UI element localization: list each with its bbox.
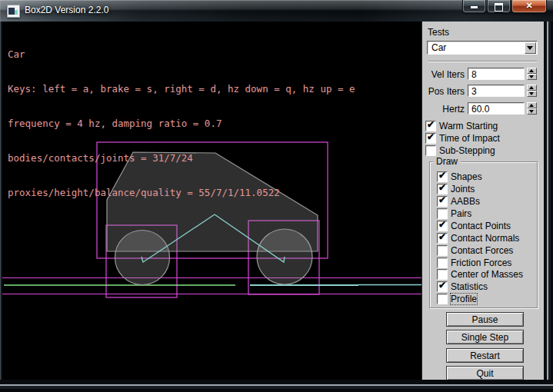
app-window: Box2D Version 2.2.0 ✕ [0,0,553,392]
maximize-button[interactable] [487,0,511,13]
single-step-button[interactable]: Single Step [446,330,524,344]
tests-label: Tests [428,27,449,38]
chevron-down-icon [527,46,533,50]
window-title: Box2D Version 2.2.0 [25,5,108,15]
app-icon-detail2 [15,10,18,15]
checkbox-icon: ✔ [437,221,448,231]
checkbox-label: Joints [451,184,475,194]
check-mark: ✔ [427,131,435,142]
spinner-up-button[interactable] [527,102,537,108]
draw-groupbox: Draw ✔ Shapes ✔ Joints ✔ AABBs Pairs ✔ C… [429,161,538,308]
check-mark: ✔ [438,170,446,181]
hertz-input[interactable] [468,102,525,115]
checkbox-icon: ✔ [425,133,436,144]
checkbox-label: Friction Forces [451,257,511,268]
close-button[interactable]: ✕ [511,0,547,13]
arrow-down-icon [529,92,534,95]
stats-line-title: Car [8,48,355,60]
checkbox-label: Profile [451,294,477,304]
control-panel: Tests Car Vel Iters Pos Iters [421,22,544,380]
tests-dropdown-arrow-button[interactable] [525,42,536,54]
checkbox-label: Shapes [451,171,482,182]
close-icon: ✕ [512,1,546,11]
check-mark: ✔ [438,280,446,291]
pos-iters-row: Pos Iters [422,85,544,97]
stats-line-bodies: bodies/contacts/joints = 31/7/24 [8,152,355,164]
checkbox-label: Warm Starting [439,121,498,131]
spinner-up-button[interactable] [527,85,537,91]
checkbox-icon [425,145,436,156]
hertz-row: Hertz [422,102,544,115]
quit-button[interactable]: Quit [446,366,524,380]
app-icon [7,5,20,18]
minimize-icon [471,6,478,8]
arrow-up-icon [529,69,534,72]
pos-iters-input[interactable] [468,85,525,97]
hertz-spinner [527,102,537,115]
checkbox-icon [437,294,448,304]
caption-buttons: ✕ [461,0,547,13]
check-mark: ✔ [438,231,446,242]
checkbox-icon: ✔ [437,233,448,244]
tests-dropdown[interactable]: Car [427,41,538,55]
pos-iters-spinner [527,85,537,97]
spinner-down-button[interactable] [527,91,537,97]
maximize-icon [495,3,503,12]
spinner-down-button[interactable] [527,108,537,115]
arrow-down-icon [529,110,534,113]
stats-line-freq: frequency = 4 hz, damping ratio = 0.7 [8,118,355,129]
checkbox-icon: ✔ [437,281,448,292]
arrow-up-icon [529,86,534,89]
arrow-down-icon [529,75,534,78]
window-border-left [0,22,2,380]
checkbox-icon [437,269,448,280]
spinner-down-button[interactable] [527,74,537,80]
checkbox-icon: ✔ [425,121,436,131]
minimize-button[interactable] [462,0,486,13]
pause-button[interactable]: Pause [446,312,524,327]
stats-line-proxies: proxies/height/balance/quality = 55/7/1/… [8,187,355,198]
checkbox-label: Contact Forces [451,245,513,256]
pos-iters-label: Pos Iters [422,86,465,97]
simulation-canvas[interactable]: Car Keys: left = a, brake = s, right = d… [2,22,421,380]
checkbox-label: Contact Normals [451,233,519,244]
checkbox-label: Center of Masses [451,269,523,280]
check-mark: ✔ [438,182,446,193]
window-border-bottom[interactable] [0,380,553,392]
check-mark: ✔ [438,194,446,205]
spinner-up-button[interactable] [527,68,537,74]
checkbox-icon: ✔ [437,184,448,194]
vel-iters-label: Vel Iters [422,69,465,80]
check-mark: ✔ [427,119,435,130]
restart-button[interactable]: Restart [446,348,524,363]
checkbox-label: AABBs [451,196,480,207]
vel-iters-spinner [527,68,537,80]
checkbox-label: Pairs [451,208,471,219]
checkbox-label: Sub-Stepping [439,145,495,156]
draw-group-label: Draw [433,156,461,167]
app-icon-detail [8,8,15,15]
checkbox-label: Statistics [451,281,488,292]
tests-dropdown-value: Car [431,42,446,53]
checkbox-icon: ✔ [437,171,448,182]
hertz-label: Hertz [422,104,465,115]
checkbox-icon [437,257,448,268]
vel-iters-input[interactable] [468,68,525,80]
checkbox-icon [437,208,448,219]
check-mark: ✔ [438,219,446,230]
arrow-up-icon [529,104,534,107]
window-border-right[interactable] [544,22,553,380]
titlebar[interactable]: Box2D Version 2.2.0 ✕ [0,0,553,22]
checkbox-icon [437,245,448,256]
separator [428,61,537,62]
checkbox-label: Contact Points [451,221,511,231]
vel-iters-row: Vel Iters [422,68,544,80]
checkbox-label: Time of Impact [439,133,500,144]
stats-text: Car Keys: left = a, brake = s, right = d… [8,25,355,221]
stats-line-keys: Keys: left = a, brake = s, right = d, hz… [8,83,355,95]
checkbox-icon: ✔ [437,196,448,207]
rear-wheel [115,231,170,285]
